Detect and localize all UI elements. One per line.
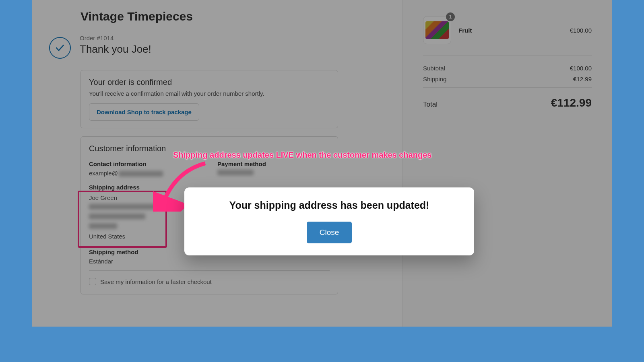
thank-you-row: Order #1014 Thank you Joe! bbox=[49, 35, 370, 59]
product-thumbnail: 1 bbox=[423, 16, 451, 44]
product-price: €100.00 bbox=[570, 27, 592, 34]
save-info-checkbox[interactable] bbox=[89, 278, 96, 285]
main-column: Vintage Timepieces Order #1014 Thank you… bbox=[32, 0, 370, 327]
order-number: Order #1014 bbox=[80, 35, 151, 41]
confirmation-sub: You'll receive a confirmation email with… bbox=[89, 90, 330, 97]
confirmation-card: Your order is confirmed You'll receive a… bbox=[80, 70, 338, 128]
product-name: Fruit bbox=[458, 27, 472, 34]
download-shop-button[interactable]: Download Shop to track package bbox=[89, 103, 199, 121]
shipping-value: €12.99 bbox=[573, 76, 592, 82]
contact-info-label: Contact information bbox=[89, 160, 201, 167]
annotation-text: Shipping address updates LIVE when the c… bbox=[173, 150, 431, 160]
checkmark-icon bbox=[49, 37, 71, 59]
confirmation-title: Your order is confirmed bbox=[89, 78, 330, 87]
shipping-address-label: Shipping address bbox=[89, 184, 201, 191]
cart-line-item: 1 Fruit €100.00 bbox=[423, 16, 592, 44]
subtotal-label: Subtotal bbox=[423, 65, 445, 72]
order-summary-column: 1 Fruit €100.00 Subtotal €100.00 Shippin… bbox=[402, 0, 612, 327]
address-updated-modal: Your shipping address has been updated! … bbox=[184, 187, 474, 255]
save-info-label: Save my information for a faster checkou… bbox=[100, 278, 212, 285]
total-label: Total bbox=[423, 101, 438, 109]
payment-method-label: Payment method bbox=[217, 160, 330, 167]
thank-you-name: Thank you Joe! bbox=[80, 43, 151, 56]
modal-title: Your shipping address has been updated! bbox=[192, 200, 466, 211]
shop-title: Vintage Timepieces bbox=[80, 10, 370, 23]
subtotal-value: €100.00 bbox=[570, 65, 592, 72]
shipping-label: Shipping bbox=[423, 76, 446, 82]
close-button[interactable]: Close bbox=[307, 222, 352, 243]
total-value: €112.99 bbox=[551, 97, 592, 109]
payment-method-value bbox=[217, 170, 330, 177]
quantity-badge: 1 bbox=[446, 12, 455, 21]
shipping-method-value: Estándar bbox=[89, 258, 201, 265]
contact-email: example@ bbox=[89, 170, 201, 177]
